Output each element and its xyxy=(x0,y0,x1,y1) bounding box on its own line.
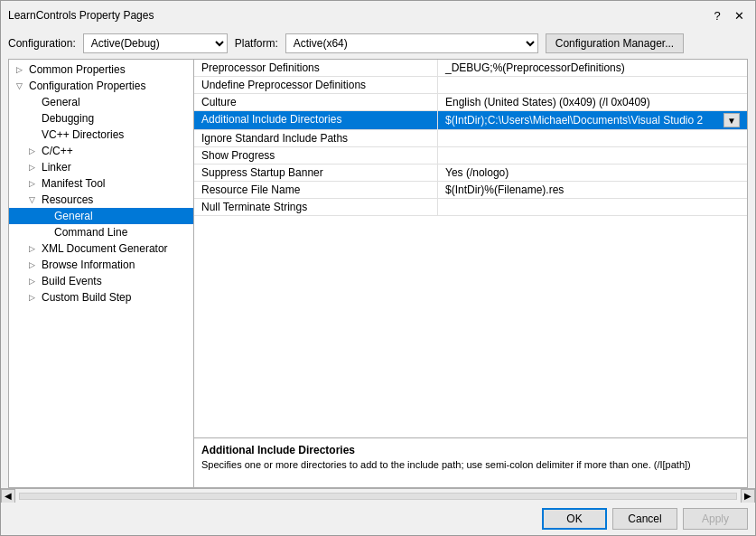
prop-name-suppress-startup-banner: Suppress Startup Banner xyxy=(194,165,438,181)
tree-arrow-manifest-tool: ▷ xyxy=(29,179,42,188)
property-tree: ▷Common Properties▽Configuration Propert… xyxy=(9,60,194,487)
scroll-right-button[interactable]: ▶ xyxy=(741,489,755,503)
prop-row-show-progress[interactable]: Show Progress xyxy=(194,147,747,165)
prop-name-undefine-preprocessor: Undefine Preprocessor Definitions xyxy=(194,77,438,93)
tree-arrow-c-cpp: ▷ xyxy=(29,146,42,155)
platform-label: Platform: xyxy=(235,37,278,50)
prop-value-text-additional-include-dirs: $(IntDir);C:\Users\Michael\Documents\Vis… xyxy=(445,114,703,127)
tree-item-config-properties[interactable]: ▽Configuration Properties xyxy=(9,78,193,94)
prop-row-additional-include-dirs[interactable]: Additional Include Directories$(IntDir);… xyxy=(194,111,747,130)
close-button[interactable]: ✕ xyxy=(730,6,748,24)
prop-name-additional-include-dirs: Additional Include Directories xyxy=(194,111,438,129)
prop-value-text-culture: English (United States) (0x409) (/l 0x04… xyxy=(445,96,650,108)
horizontal-scrollbar: ◀ ▶ xyxy=(1,488,755,503)
tree-item-resources-general[interactable]: General xyxy=(9,208,193,224)
tree-arrow-xml-doc-gen: ▷ xyxy=(29,244,42,253)
prop-value-text-suppress-startup-banner: Yes (/nologo) xyxy=(445,166,509,179)
tree-item-vc-directories[interactable]: VC++ Directories xyxy=(9,127,193,143)
ok-button[interactable]: OK xyxy=(542,508,607,530)
tree-item-xml-doc-gen[interactable]: ▷XML Document Generator xyxy=(9,240,193,257)
prop-value-text-resource-file-name: $(IntDir)%(Filename).res xyxy=(445,183,564,196)
config-row: Configuration: Active(Debug) Platform: A… xyxy=(1,28,755,59)
tree-label-c-cpp: C/C++ xyxy=(42,145,73,157)
property-grid: Preprocessor Definitions_DEBUG;%(Preproc… xyxy=(194,60,747,437)
prop-row-undefine-preprocessor[interactable]: Undefine Preprocessor Definitions xyxy=(194,77,747,94)
tree-label-debugging: Debugging xyxy=(42,112,94,125)
tree-label-build-events: Build Events xyxy=(42,275,102,287)
tree-arrow-custom-build-step: ▷ xyxy=(29,293,42,302)
tree-item-manifest-tool[interactable]: ▷Manifest Tool xyxy=(9,175,193,192)
prop-value-culture: English (United States) (0x409) (/l 0x04… xyxy=(438,94,747,110)
dialog-title: LearnControls Property Pages xyxy=(8,9,154,22)
config-manager-button[interactable]: Configuration Manager... xyxy=(546,33,684,53)
tree-arrow-config-properties: ▽ xyxy=(16,81,29,90)
prop-value-text-preprocessor-defs: _DEBUG;%(PreprocessorDefinitions) xyxy=(445,61,625,74)
tree-arrow-build-events: ▷ xyxy=(29,277,42,286)
description-text: Specifies one or more directories to add… xyxy=(201,459,740,470)
tree-arrow-linker: ▷ xyxy=(29,163,42,172)
tree-label-vc-directories: VC++ Directories xyxy=(42,128,124,141)
tree-item-resources-cmdline[interactable]: Command Line xyxy=(9,224,193,240)
cancel-button[interactable]: Cancel xyxy=(612,508,677,530)
platform-select[interactable]: Active(x64) xyxy=(285,33,538,53)
apply-button[interactable]: Apply xyxy=(683,508,748,530)
prop-row-preprocessor-defs[interactable]: Preprocessor Definitions_DEBUG;%(Preproc… xyxy=(194,60,747,77)
tree-label-linker: Linker xyxy=(42,161,71,174)
tree-item-browse-info[interactable]: ▷Browse Information xyxy=(9,257,193,273)
tree-item-linker[interactable]: ▷Linker xyxy=(9,159,193,175)
prop-value-resource-file-name: $(IntDir)%(Filename).res xyxy=(438,182,747,198)
prop-value-preprocessor-defs: _DEBUG;%(PreprocessorDefinitions) xyxy=(438,60,747,76)
description-title: Additional Include Directories xyxy=(201,444,740,456)
tree-arrow-resources: ▽ xyxy=(29,195,42,204)
prop-name-culture: Culture xyxy=(194,94,438,110)
prop-value-additional-include-dirs: $(IntDir);C:\Users\Michael\Documents\Vis… xyxy=(438,111,747,129)
tree-item-resources[interactable]: ▽Resources xyxy=(9,192,193,208)
tree-label-resources-cmdline: Command Line xyxy=(54,226,127,239)
tree-label-resources: Resources xyxy=(42,193,93,206)
title-bar: LearnControls Property Pages ? ✕ xyxy=(1,1,755,28)
tree-label-common-properties: Common Properties xyxy=(29,63,126,76)
prop-dropdown-button-additional-include-dirs[interactable]: ▼ xyxy=(723,113,740,127)
tree-arrow-common-properties: ▷ xyxy=(16,65,29,74)
prop-value-suppress-startup-banner: Yes (/nologo) xyxy=(438,165,747,181)
prop-row-resource-file-name[interactable]: Resource File Name$(IntDir)%(Filename).r… xyxy=(194,182,747,199)
prop-name-show-progress: Show Progress xyxy=(194,147,438,164)
prop-name-preprocessor-defs: Preprocessor Definitions xyxy=(194,60,438,76)
prop-value-ignore-standard-include xyxy=(438,130,747,146)
configuration-select[interactable]: Active(Debug) xyxy=(83,33,228,53)
prop-value-undefine-preprocessor xyxy=(438,77,747,93)
title-controls: ? ✕ xyxy=(708,6,748,24)
tree-item-debugging[interactable]: Debugging xyxy=(9,110,193,127)
scrollbar-track[interactable] xyxy=(19,493,737,500)
property-pages-dialog: LearnControls Property Pages ? ✕ Configu… xyxy=(0,0,756,536)
prop-row-ignore-standard-include[interactable]: Ignore Standard Include Paths xyxy=(194,130,747,147)
tree-item-build-events[interactable]: ▷Build Events xyxy=(9,273,193,289)
tree-arrow-browse-info: ▷ xyxy=(29,260,42,269)
tree-label-general: General xyxy=(42,96,80,108)
scroll-left-button[interactable]: ◀ xyxy=(1,489,15,503)
prop-row-culture[interactable]: CultureEnglish (United States) (0x409) (… xyxy=(194,94,747,111)
right-panel: Preprocessor Definitions_DEBUG;%(Preproc… xyxy=(194,60,747,487)
config-label: Configuration: xyxy=(8,37,76,50)
prop-name-ignore-standard-include: Ignore Standard Include Paths xyxy=(194,130,438,146)
prop-row-null-terminate-strings[interactable]: Null Terminate Strings xyxy=(194,199,747,216)
prop-value-null-terminate-strings xyxy=(438,199,747,215)
tree-label-resources-general: General xyxy=(54,210,93,222)
tree-item-general[interactable]: General xyxy=(9,94,193,110)
prop-row-suppress-startup-banner[interactable]: Suppress Startup BannerYes (/nologo) xyxy=(194,165,747,182)
prop-name-resource-file-name: Resource File Name xyxy=(194,182,438,198)
tree-item-custom-build-step[interactable]: ▷Custom Build Step xyxy=(9,289,193,306)
tree-label-config-properties: Configuration Properties xyxy=(29,80,145,92)
tree-item-common-properties[interactable]: ▷Common Properties xyxy=(9,61,193,78)
main-content: ▷Common Properties▽Configuration Propert… xyxy=(8,59,748,488)
bottom-buttons: OK Cancel Apply xyxy=(1,503,755,535)
tree-label-manifest-tool: Manifest Tool xyxy=(42,177,105,190)
tree-label-browse-info: Browse Information xyxy=(42,259,135,271)
tree-item-c-cpp[interactable]: ▷C/C++ xyxy=(9,143,193,159)
tree-label-custom-build-step: Custom Build Step xyxy=(42,291,131,304)
prop-name-null-terminate-strings: Null Terminate Strings xyxy=(194,199,438,215)
tree-label-xml-doc-gen: XML Document Generator xyxy=(42,242,168,255)
description-panel: Additional Include Directories Specifies… xyxy=(194,437,747,487)
help-button[interactable]: ? xyxy=(708,6,726,24)
prop-value-show-progress xyxy=(438,147,747,164)
